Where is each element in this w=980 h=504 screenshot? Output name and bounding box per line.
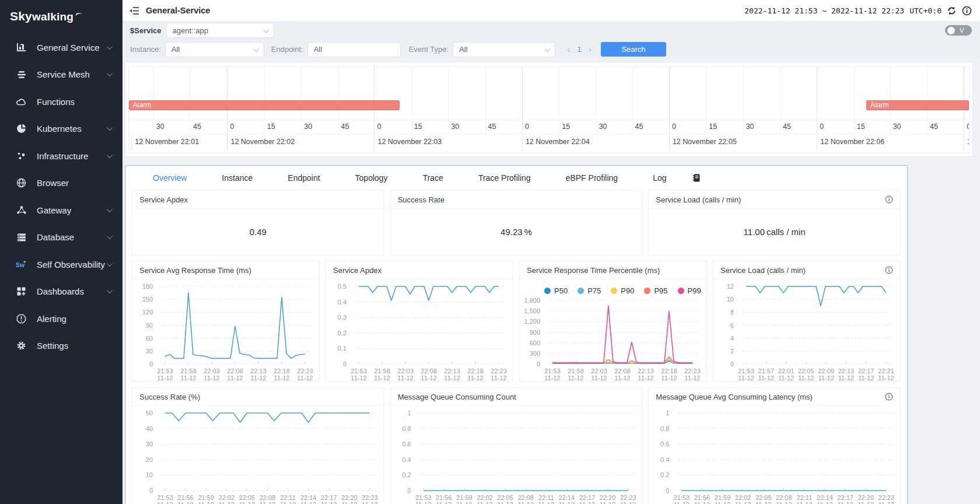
- sidebar-item-functions[interactable]: Functions: [0, 88, 123, 116]
- y-tick-label: 0.4: [338, 299, 346, 306]
- legend-item-p50[interactable]: P50: [544, 286, 568, 295]
- y-tick-label: 60: [146, 335, 153, 342]
- y-tick-label: 1: [408, 410, 411, 416]
- timeline-gridline: [706, 120, 706, 134]
- service-select[interactable]: agent::app: [166, 23, 274, 38]
- sidebar-item-label: General Service: [37, 43, 107, 52]
- x-tick-label: 21:5811-12: [568, 368, 584, 382]
- chart-title: Service Apdex: [333, 266, 382, 275]
- timeline-gridline: [817, 135, 817, 150]
- x-tick-label: 22:1411-12: [559, 495, 575, 504]
- tab-log[interactable]: Log: [635, 173, 684, 183]
- x-tick-label: 22:1111-12: [538, 495, 554, 504]
- tab-instance[interactable]: Instance: [204, 173, 270, 183]
- y-tick-label: 40: [146, 425, 153, 432]
- x-tick-label: 21:5311-12: [351, 368, 367, 382]
- chevron-down-icon: [107, 206, 113, 212]
- y-tick-label: 0.2: [338, 330, 346, 337]
- tab-overview[interactable]: Overview: [135, 173, 204, 183]
- info-icon[interactable]: [885, 393, 893, 401]
- timeline-gridline: [596, 120, 597, 134]
- alarm-bar[interactable]: Alarm: [129, 100, 400, 110]
- sidebar-item-gateway[interactable]: Gateway: [0, 197, 123, 224]
- prev-page-button[interactable]: ‹: [567, 45, 570, 54]
- current-page[interactable]: 1: [577, 45, 581, 54]
- y-axis-labels: 01020304050: [135, 410, 157, 493]
- x-tick-label: 21:5611-12: [436, 495, 452, 504]
- metric-unit: calls / min: [766, 227, 806, 237]
- refresh-icon[interactable]: [947, 6, 957, 16]
- tab-endpoint[interactable]: Endpoint: [270, 173, 337, 183]
- utc-offset[interactable]: UTC+0:0: [909, 6, 942, 15]
- search-button[interactable]: Search: [601, 42, 666, 57]
- timeline-gridline: [669, 67, 670, 120]
- sidebar-item-general-service[interactable]: General Service: [0, 34, 123, 61]
- view-toggle[interactable]: V: [945, 25, 972, 36]
- x-tick-label: 22:0811-12: [517, 495, 534, 504]
- instance-select-value: All: [172, 45, 180, 54]
- main-area: General-Service 2022-11-12 21:53 ~ 2022-…: [123, 0, 980, 504]
- legend-item-p95[interactable]: P95: [644, 286, 667, 295]
- x-tick-label: 22:2311-12: [878, 495, 895, 504]
- notebook-icon[interactable]: [692, 173, 701, 183]
- chart-plot: [738, 284, 894, 366]
- endpoint-input[interactable]: [307, 42, 401, 57]
- tab-trace-profiling[interactable]: Trace Profiling: [461, 173, 548, 183]
- x-tick-label: 21:5711-12: [758, 368, 775, 382]
- x-tick-label: 22:1111-12: [796, 495, 812, 504]
- x-tick-label: 22:2011-12: [600, 495, 616, 504]
- chevron-down-icon: [107, 261, 113, 267]
- alarm-bar[interactable]: Alarm: [866, 100, 969, 110]
- sidebar-item-alerting[interactable]: Alerting: [0, 305, 123, 332]
- info-icon[interactable]: [885, 195, 893, 204]
- y-tick-label: 10: [146, 471, 153, 478]
- x-tick-label: 22:2311-12: [620, 495, 636, 504]
- chevron-down-icon: [545, 46, 551, 52]
- x-tick-label: 22:0811-12: [421, 368, 437, 382]
- x-tick-label: 22:1711-12: [579, 495, 596, 504]
- event-type-label: Event Type:: [409, 45, 449, 54]
- x-tick-label: 22:1711-12: [858, 368, 874, 382]
- chevron-down-icon: [107, 44, 113, 50]
- sidebar-item-dashboards[interactable]: Dashboards: [0, 278, 123, 306]
- sidebar-item-settings[interactable]: Settings: [0, 332, 123, 360]
- x-tick-label: 21:5611-12: [694, 495, 710, 504]
- sidebar-item-service-mesh[interactable]: Service Mesh: [0, 61, 123, 89]
- y-tick-label: 0.1: [338, 345, 346, 352]
- tab-trace[interactable]: Trace: [405, 173, 461, 183]
- info-icon[interactable]: [885, 266, 893, 274]
- sidebar-item-kubernetes[interactable]: Kubernetes: [0, 116, 123, 143]
- legend-dot-icon: [578, 288, 584, 294]
- legend-item-p90[interactable]: P90: [611, 286, 634, 295]
- sidebar-item-self-observability[interactable]: SwSelf Observability: [0, 251, 123, 278]
- svg-text:Sw: Sw: [16, 262, 25, 268]
- x-tick-label: 21:5311-12: [674, 495, 690, 504]
- timeline-gridline: [448, 67, 449, 120]
- x-tick-label: 22:0511-12: [239, 495, 256, 504]
- event-type-select[interactable]: All: [453, 42, 555, 57]
- sidebar-item-database[interactable]: Database: [0, 224, 123, 251]
- tab-ebpf-profiling[interactable]: eBPF Profiling: [548, 173, 635, 183]
- collapse-menu-icon[interactable]: [130, 6, 139, 15]
- next-page-button[interactable]: ›: [589, 45, 592, 54]
- metric-card-title: Service Apdex: [139, 195, 188, 204]
- info-icon[interactable]: [962, 6, 972, 16]
- legend-item-p99[interactable]: P99: [678, 286, 701, 295]
- timeline-gridline: [706, 67, 706, 120]
- sidebar-item-label: Browser: [37, 178, 111, 188]
- time-range[interactable]: 2022-11-12 21:53 ~ 2022-11-12 22:23: [744, 6, 904, 15]
- timeline-minor-label: 15: [414, 123, 422, 131]
- chart-plot: [544, 298, 701, 366]
- tab-topology[interactable]: Topology: [338, 173, 405, 183]
- legend-dot-icon: [611, 288, 617, 294]
- sidebar-item-browser[interactable]: Browser: [0, 170, 123, 197]
- timeline: AlarmAlarm 30450153045015304501530450153…: [128, 66, 970, 153]
- instance-select[interactable]: All: [165, 42, 264, 57]
- legend-item-p75[interactable]: P75: [578, 286, 601, 295]
- y-axis-labels: 0306090120150180: [135, 284, 157, 366]
- y-tick-label: 600: [530, 340, 540, 346]
- x-tick-label: 22:1711-12: [837, 495, 853, 504]
- legend-label: P95: [654, 286, 667, 295]
- sidebar-item-infrastructure[interactable]: Infrastructure: [0, 142, 123, 170]
- x-tick-label: 21:5911-12: [456, 495, 473, 504]
